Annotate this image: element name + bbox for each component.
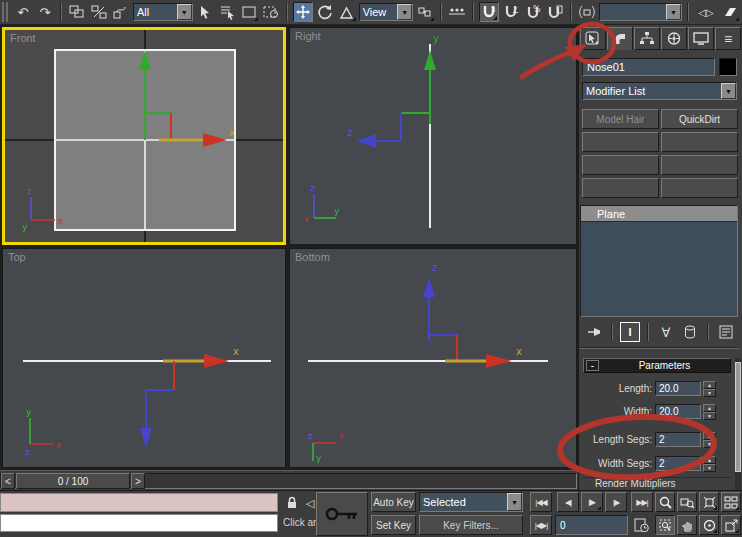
viewport-bottom[interactable]: Bottom z x z x y: [289, 248, 577, 468]
time-slider-next-button[interactable]: >: [131, 473, 145, 489]
dropdown-arrow-icon[interactable]: ▼: [666, 4, 681, 20]
tab-motion[interactable]: [661, 27, 687, 50]
undo-icon[interactable]: ↶: [13, 2, 33, 22]
selection-filter-dropdown[interactable]: All ▼: [133, 3, 193, 21]
length-segs-spinner[interactable]: ▲▼: [703, 432, 716, 447]
tab-display[interactable]: [688, 27, 714, 50]
width-segs-field[interactable]: 2: [655, 456, 701, 471]
selection-lock-icon[interactable]: [284, 495, 300, 511]
modifier-button[interactable]: [582, 132, 659, 152]
track-bar[interactable]: [0, 493, 278, 512]
viewport-bottom-label[interactable]: Bottom: [295, 251, 330, 263]
set-keys-button[interactable]: [316, 492, 368, 536]
keyboard-shortcut-override-icon[interactable]: [577, 2, 597, 22]
go-to-end-button[interactable]: ▶▶|: [631, 492, 653, 512]
viewport-top[interactable]: Top x y x z: [2, 248, 286, 468]
select-and-scale-button[interactable]: [337, 2, 357, 22]
modifier-button[interactable]: Model Hair: [582, 109, 659, 129]
object-name-field[interactable]: Nose01: [582, 58, 715, 76]
panel-scrollbar[interactable]: [735, 358, 741, 490]
transform-mode-icon[interactable]: ◁: [303, 495, 317, 511]
viewport-front[interactable]: Front x z x: [2, 27, 286, 245]
angle-snap-toggle-button[interactable]: ∠: [501, 2, 521, 22]
panel-scrollbar-thumb[interactable]: [735, 362, 741, 472]
zoom-button[interactable]: [655, 492, 675, 512]
pin-stack-icon[interactable]: [586, 323, 604, 341]
select-by-name-icon[interactable]: [217, 2, 237, 22]
region-zoom-button[interactable]: [655, 515, 675, 535]
redo-icon[interactable]: ↷: [35, 2, 55, 22]
spinner-snap-toggle-button[interactable]: [545, 2, 565, 22]
modifier-list-dropdown[interactable]: Modifier List ▼: [582, 82, 737, 100]
go-to-start-button[interactable]: |◀◀: [530, 492, 552, 512]
modifier-button[interactable]: QuickDirt: [661, 109, 738, 129]
make-unique-icon[interactable]: ∀: [656, 322, 676, 342]
snaps-toggle-3d-button[interactable]: 3: [479, 2, 499, 22]
configure-modifier-sets-icon[interactable]: [716, 322, 736, 342]
arc-rotate-button[interactable]: [699, 515, 719, 535]
zoom-extents-button[interactable]: [699, 492, 719, 512]
mirror-icon[interactable]: ◁▷: [694, 2, 718, 22]
key-filters-button[interactable]: Key Filters...: [419, 515, 523, 535]
play-button[interactable]: ▶: [581, 492, 603, 512]
modifier-button[interactable]: [582, 155, 659, 175]
zoom-extents-all-button[interactable]: [721, 492, 741, 512]
previous-frame-button[interactable]: ◀|: [557, 492, 579, 512]
length-spinner[interactable]: ▲▼: [703, 381, 716, 396]
modifier-stack-list[interactable]: Plane: [580, 205, 738, 317]
object-color-swatch[interactable]: [719, 58, 737, 76]
select-and-move-button[interactable]: [293, 2, 313, 22]
auto-key-button[interactable]: Auto Key: [371, 492, 416, 512]
render-multipliers-section[interactable]: Render Multipliers: [583, 477, 731, 490]
width-field[interactable]: 20.0: [655, 404, 701, 419]
unlink-selection-icon[interactable]: [89, 2, 109, 22]
tab-utilities[interactable]: ≡: [715, 27, 741, 50]
select-and-link-icon[interactable]: [67, 2, 87, 22]
viewport-top-label[interactable]: Top: [8, 251, 26, 263]
rectangular-selection-region-icon[interactable]: [239, 2, 259, 22]
parameters-rollout-header[interactable]: - Parameters: [583, 358, 731, 373]
percent-snap-toggle-button[interactable]: %: [523, 2, 543, 22]
select-and-rotate-button[interactable]: [315, 2, 335, 22]
toolbar-grip[interactable]: [2, 2, 8, 22]
move-gizmo[interactable]: z x: [423, 262, 522, 368]
track-bar-keys-row[interactable]: [0, 514, 278, 532]
dropdown-arrow-icon[interactable]: ▼: [177, 4, 192, 20]
width-spinner[interactable]: ▲▼: [703, 404, 716, 419]
modifier-button[interactable]: [582, 178, 659, 198]
move-gizmo[interactable]: y z: [347, 33, 439, 148]
width-segs-spinner[interactable]: ▲▼: [703, 456, 716, 471]
bind-to-space-warp-icon[interactable]: [111, 2, 131, 22]
use-center-flyout-icon[interactable]: [415, 2, 435, 22]
viewport-right-label[interactable]: Right: [295, 30, 321, 42]
viewport-right[interactable]: Right y z z x y: [289, 27, 577, 245]
modifier-button[interactable]: [661, 155, 738, 175]
tab-hierarchy[interactable]: [634, 27, 660, 50]
length-field[interactable]: 20.0: [655, 381, 701, 396]
remove-modifier-icon[interactable]: [680, 322, 700, 342]
key-mode-toggle-button[interactable]: |◀▶|: [530, 515, 552, 535]
named-selection-sets-dropdown[interactable]: ▼: [599, 3, 682, 21]
tab-create[interactable]: [580, 27, 606, 50]
zoom-all-button[interactable]: [677, 492, 697, 512]
stack-item-plane[interactable]: Plane: [581, 206, 737, 222]
next-frame-button[interactable]: |▶: [605, 492, 627, 512]
set-key-button[interactable]: Set Key: [371, 515, 416, 535]
window-crossing-toggle-icon[interactable]: [261, 2, 281, 22]
modifier-button[interactable]: [661, 178, 738, 198]
key-filter-selection-dropdown[interactable]: Selected ▼: [419, 492, 523, 512]
show-end-result-button[interactable]: I: [620, 322, 640, 342]
dropdown-arrow-icon[interactable]: ▼: [397, 4, 412, 20]
pan-button[interactable]: [677, 515, 697, 535]
tab-modify[interactable]: [607, 27, 633, 50]
dropdown-arrow-icon[interactable]: ▼: [721, 83, 736, 99]
align-icon[interactable]: [720, 2, 740, 22]
time-slider-thumb[interactable]: 0 / 100: [16, 473, 130, 489]
min-max-toggle-button[interactable]: [721, 515, 741, 535]
length-segs-field[interactable]: 2: [655, 432, 701, 447]
select-and-manipulate-icon[interactable]: [447, 2, 467, 22]
viewport-front-label[interactable]: Front: [10, 32, 36, 44]
dropdown-arrow-icon[interactable]: ▼: [507, 493, 522, 511]
time-slider-prev-button[interactable]: <: [1, 473, 15, 489]
reference-coordinate-system-dropdown[interactable]: View ▼: [359, 3, 414, 21]
